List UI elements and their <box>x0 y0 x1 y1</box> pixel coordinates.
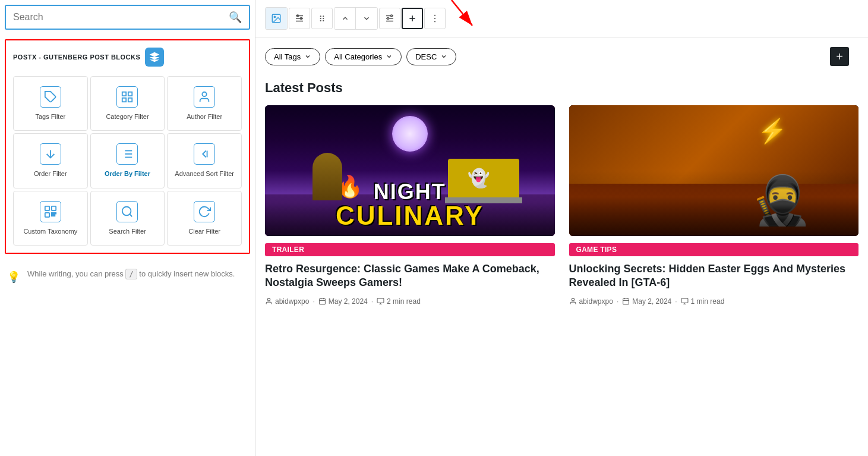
plugin-header: PostX - Gutenberg Post Blocks <box>13 48 242 67</box>
svg-line-18 <box>130 214 132 216</box>
read-time-meta-2: 1 min read <box>681 297 725 306</box>
post-badge-1[interactable]: Trailer <box>265 243 555 256</box>
block-advanced-sort-filter[interactable]: Advanced Sort Filter <box>167 133 242 188</box>
add-button[interactable]: + <box>830 47 849 66</box>
block-tags-filter[interactable]: Tags Filter <box>13 76 88 131</box>
svg-rect-4 <box>122 98 126 102</box>
author-name-1: abidwpxpo <box>275 297 309 306</box>
all-categories-label: All Categories <box>334 52 382 61</box>
lightbulb-icon: 💡 <box>7 269 20 285</box>
tags-filter-icon <box>40 86 61 108</box>
order-by-filter-label: Order By Filter <box>105 169 150 178</box>
block-search-filter[interactable]: Search Filter <box>90 191 165 246</box>
clear-filter-icon <box>194 201 215 222</box>
culinary-image-overlay: NIGHT CULINARY <box>265 181 555 236</box>
svg-point-37 <box>391 15 393 17</box>
svg-rect-15 <box>52 206 56 210</box>
date-meta-1: May 2, 2024 <box>318 297 368 306</box>
toolbar-group-left <box>265 7 288 30</box>
all-tags-label: All Tags <box>274 52 301 61</box>
block-category-filter[interactable]: Category Filter <box>90 76 165 131</box>
image-view-button[interactable] <box>266 8 287 29</box>
search-icon[interactable]: 🔍 <box>229 11 242 24</box>
all-categories-dropdown[interactable]: All Categories <box>325 48 402 65</box>
search-input[interactable] <box>13 12 229 23</box>
drag-button[interactable] <box>311 8 333 29</box>
all-tags-dropdown[interactable]: All Tags <box>265 48 320 65</box>
search-filter-icon <box>116 201 138 222</box>
svg-rect-14 <box>45 206 49 210</box>
post-card-1: 🔥 👻 NIGHT CULINARY Trailer Retro Resurge… <box>265 105 555 306</box>
svg-point-26 <box>297 15 299 17</box>
svg-rect-1 <box>122 92 126 96</box>
svg-point-43 <box>434 21 435 22</box>
svg-point-27 <box>301 18 302 20</box>
dot-2a: · <box>617 297 618 306</box>
hint-bar: 💡 While writing, you can press / to quic… <box>0 259 255 295</box>
dot-1b: · <box>371 297 373 306</box>
plugin-panel: PostX - Gutenberg Post Blocks Tags Filte… <box>5 39 250 254</box>
read-time-meta-1: 2 min read <box>377 297 421 306</box>
posts-grid: 🔥 👻 NIGHT CULINARY Trailer Retro Resurge… <box>265 105 858 306</box>
author-name-2: abidwpxpo <box>579 297 613 306</box>
date-1: May 2, 2024 <box>329 297 368 306</box>
post-title-1[interactable]: Retro Resurgence: Classic Games Make A C… <box>265 262 555 290</box>
dot-2b: · <box>675 297 677 306</box>
advanced-sort-filter-label: Advanced Sort Filter <box>175 169 234 178</box>
custom-taxonomy-icon <box>40 201 61 222</box>
block-order-by-filter[interactable]: Order By Filter <box>90 133 165 188</box>
order-by-filter-icon <box>116 143 138 165</box>
svg-rect-53 <box>623 298 629 304</box>
svg-point-38 <box>387 18 389 20</box>
dot-1a: · <box>313 297 314 306</box>
svg-point-33 <box>323 20 324 21</box>
svg-point-32 <box>320 20 321 21</box>
block-clear-filter[interactable]: Clear Filter <box>167 191 242 246</box>
post-title-2[interactable]: Unlocking Secrets: Hidden Easter Eggs An… <box>569 262 859 290</box>
post-badge-2[interactable]: Game Tips <box>569 243 859 256</box>
settings-button[interactable] <box>289 8 310 29</box>
desc-dropdown[interactable]: DESC <box>406 48 456 65</box>
move-up-button[interactable] <box>334 8 356 29</box>
toolbar-group-arrows <box>334 7 378 30</box>
block-custom-taxonomy[interactable]: Custom Taxonomy <box>13 191 88 246</box>
add-block-toolbar-button[interactable] <box>402 8 423 29</box>
author-meta-1: abidwpxpo <box>265 297 309 306</box>
block-order-filter[interactable]: Order Filter <box>13 133 88 188</box>
svg-rect-49 <box>377 298 384 303</box>
search-bar[interactable]: 🔍 <box>5 5 250 30</box>
move-down-button[interactable] <box>356 8 377 29</box>
svg-rect-3 <box>128 98 132 102</box>
svg-point-41 <box>434 15 435 16</box>
svg-point-22 <box>274 16 275 17</box>
plugin-title: PostX - Gutenberg Post Blocks <box>13 54 140 61</box>
post-meta-2: abidwpxpo · May 2, 2024 · 1 min read <box>569 297 859 306</box>
svg-point-42 <box>434 18 435 19</box>
block-toolbar <box>255 0 868 37</box>
svg-rect-45 <box>319 298 325 304</box>
culinary-title-line1: NIGHT <box>374 181 446 203</box>
clear-filter-label: Clear Filter <box>188 227 220 235</box>
svg-point-28 <box>320 15 321 17</box>
advanced-sort-filter-icon <box>194 143 215 165</box>
plugin-logo <box>145 48 164 67</box>
more-options-button[interactable] <box>424 8 446 29</box>
date-meta-2: May 2, 2024 <box>622 297 671 306</box>
svg-rect-57 <box>681 298 688 303</box>
svg-rect-16 <box>45 212 49 216</box>
author-meta-2: abidwpxpo <box>569 297 613 306</box>
block-author-filter[interactable]: Author Filter <box>167 76 242 131</box>
author-filter-icon <box>194 86 215 108</box>
culinary-title-line2: CULINARY <box>336 203 484 229</box>
controls-button[interactable] <box>379 8 400 29</box>
read-time-2: 1 min read <box>691 297 725 306</box>
main-content: All Tags All Categories DESC + Latest Po… <box>255 0 868 456</box>
svg-point-52 <box>572 298 574 301</box>
filter-bar: All Tags All Categories DESC + <box>255 37 868 71</box>
category-filter-label: Category Filter <box>106 112 149 121</box>
post-card-2: 🥷 ⚡ Game Tips Unlocking Secrets: Hidden … <box>569 105 859 306</box>
svg-point-44 <box>267 298 270 301</box>
post-meta-1: abidwpxpo · May 2, 2024 · 2 min read <box>265 297 555 306</box>
author-filter-label: Author Filter <box>187 112 222 121</box>
order-filter-label: Order Filter <box>34 169 67 178</box>
